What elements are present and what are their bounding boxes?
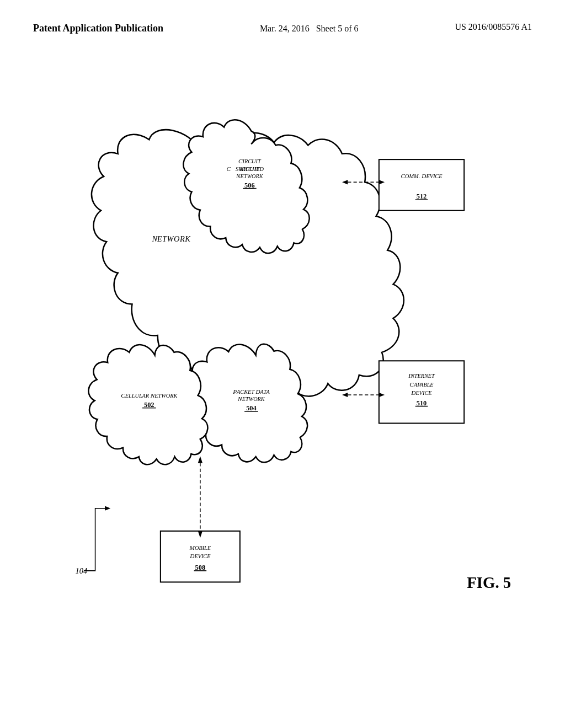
svg-text:NETWORK: NETWORK: [236, 173, 264, 179]
diagram-area: N ETWORK C IRCUIT CIRCUIT SWITCHED NETWO…: [33, 77, 532, 673]
svg-text:C: C: [227, 165, 231, 172]
svg-text:104: 104: [76, 566, 88, 575]
svg-text:506: 506: [244, 181, 255, 189]
svg-text:FIG. 5: FIG. 5: [467, 574, 511, 591]
mobile-device-box: MOBILE DEVICE 508: [161, 531, 240, 582]
svg-marker-31: [342, 393, 348, 397]
publication-title: Patent Application Publication: [33, 22, 163, 35]
publication-number: US 2016/0085576 A1: [455, 22, 532, 32]
svg-text:DEVICE: DEVICE: [189, 553, 211, 559]
comm-device-box: COMM. DEVICE 512: [379, 159, 464, 211]
svg-text:INTERNET: INTERNET: [408, 372, 435, 379]
svg-text:CELLULAR NETWORK: CELLULAR NETWORK: [121, 392, 178, 399]
cellular-network-cloud: CELLULAR NETWORK 502: [88, 345, 207, 464]
internet-capable-device-box: INTERNET CAPABLE DEVICE 510: [379, 361, 464, 423]
page-header: Patent Application Publication Mar. 24, …: [0, 22, 565, 35]
svg-text:MOBILE: MOBILE: [189, 544, 211, 551]
publication-date-sheet: Mar. 24, 2016 Sheet 5 of 6: [260, 22, 359, 35]
svg-text:512: 512: [417, 192, 427, 200]
svg-text:504: 504: [246, 404, 257, 412]
svg-text:SWITCHED: SWITCHED: [236, 165, 264, 172]
svg-text:510: 510: [417, 399, 427, 407]
svg-text:PACKET DATA: PACKET DATA: [232, 388, 270, 395]
svg-marker-39: [198, 456, 202, 463]
svg-text:COMM. DEVICE: COMM. DEVICE: [401, 173, 443, 179]
svg-text:DEVICE: DEVICE: [411, 389, 432, 396]
svg-rect-16: [379, 159, 464, 211]
svg-marker-40: [105, 506, 110, 511]
svg-text:CAPABLE: CAPABLE: [409, 381, 434, 388]
svg-text:508: 508: [195, 564, 206, 571]
svg-text:ETWORK: ETWORK: [157, 234, 191, 243]
svg-text:502: 502: [144, 401, 154, 409]
svg-text:CIRCUIT: CIRCUIT: [238, 158, 262, 164]
svg-text:NETWORK: NETWORK: [237, 395, 265, 402]
